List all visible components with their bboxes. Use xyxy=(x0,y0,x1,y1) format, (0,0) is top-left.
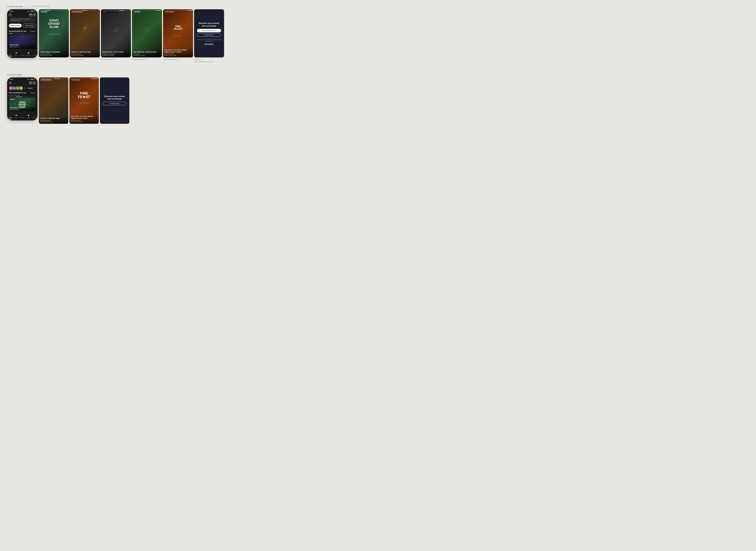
progress-dots-phone xyxy=(9,33,36,34)
party-title: Bring It Back: Terrace Party xyxy=(102,51,129,53)
discover-title: Discover more events and screenings xyxy=(197,22,221,27)
furiosa-tag: Action/ Adventure xyxy=(71,11,83,13)
card-tennis-wrapper: Wellbeing SOHOGRANDSLAM IN PARTNERSHIP W… xyxy=(39,9,69,60)
fire-feast-sub-visual: DALMORE xyxy=(175,35,182,36)
checkedin-tennis-tag: Wellbeing xyxy=(10,99,15,100)
chat-icon[interactable]: 💬 xyxy=(29,13,32,16)
fire-date: Sun 23 Jun, 14:00 xyxy=(164,55,192,56)
card-furiosa[interactable]: Action/ Adventure ⚡ Furiosa: A Mad Max S… xyxy=(70,9,100,57)
terrace-tag: Party xyxy=(102,11,107,13)
search-placeholder: Explore what's happening at your favouri… xyxy=(11,18,30,21)
wellbeing-title: 180 Wellbeing: Calma Session xyxy=(133,51,160,53)
nav-connect-label-2: Connect xyxy=(20,117,25,118)
nav-book-label-2: Book xyxy=(15,117,18,118)
notifications-icon-2[interactable]: 🔔 xyxy=(33,81,36,84)
nav-explore-2[interactable]: 🧭 Explore xyxy=(25,114,31,120)
furiosa-visual: ⚡ xyxy=(80,24,89,32)
avatar-row: A B C D +99 See all xyxy=(7,85,37,91)
checkedin-tennis-card[interactable]: Wellbeing SOHOGRANDSLAM Adult Singles Co… xyxy=(9,98,36,111)
connect-icon-2: ⬡ xyxy=(21,114,24,117)
nav-connect[interactable]: ⬡ Connect xyxy=(19,52,25,58)
nav-account-2[interactable]: ● Account xyxy=(31,114,37,120)
nav-account[interactable]: ● Account xyxy=(31,52,37,58)
furiosa-venue: Soho Farmhouse xyxy=(71,53,98,55)
nav-explore-label: Explore xyxy=(26,55,30,56)
battery-icon: 🔋 xyxy=(33,11,35,12)
card-fire[interactable]: Food and drink FIRE FE★ST DALMORE Fire F… xyxy=(163,9,193,57)
fire-overlay: Fire Feast: Cue Point, British-Afghan fu… xyxy=(163,48,193,57)
discover-card-wrapper-checked-out: Discover more events and screenings Reco… xyxy=(194,9,224,63)
explore-icon-2: 🧭 xyxy=(27,114,30,117)
ci-furiosa-date: Wed 19 Jun, 20:00 xyxy=(40,121,67,122)
plus-count: +99 xyxy=(24,88,26,89)
everything-else-button-2[interactable]: Everything else xyxy=(103,102,126,105)
section-label-checked-in: Checked-in state xyxy=(7,73,749,76)
ci-fire-title: Fire Feast: Cue Point, British-Afghan fu… xyxy=(71,115,97,119)
card-party[interactable]: Party 🎉 Bring It Back: Terrace Party Bri… xyxy=(101,9,131,57)
search-circle-icon-2[interactable]: 🔍 xyxy=(9,81,12,84)
nav-account-label-2: Account xyxy=(32,117,37,118)
discover-prompt: Tell us about the types of events you'd … xyxy=(197,39,221,43)
explore-link-checked-out[interactable]: Explore xyxy=(30,30,36,32)
card-wellbeing-wrapper: Wellbeing 🌿 180 Wellbeing: Calma Session… xyxy=(132,9,162,60)
search-bar[interactable]: Explore what's happening at your favouri… xyxy=(9,17,36,22)
phone-nav-checked-in: ⌂ Home 📖 Book ⬡ Connect 🧭 Explore xyxy=(7,113,37,120)
signal-icon-2: ▲▲▲ xyxy=(27,79,31,80)
nav-home-2[interactable]: ⌂ Home xyxy=(7,114,13,120)
everything-else-button[interactable]: Everything else xyxy=(197,33,221,37)
recommended-for-you-button[interactable]: Recommended for you xyxy=(197,29,221,32)
card-wellbeing[interactable]: Wellbeing 🌿 180 Wellbeing: Calma Session… xyxy=(132,9,162,57)
explore-link-checked-in[interactable]: Explore xyxy=(30,92,36,94)
ci-fire-tag: Food and drink xyxy=(71,79,81,81)
chat-icon-2[interactable]: 💬 xyxy=(29,81,32,84)
phone-screen-checked-out: 10:17 ▲▲▲ 📶 🔋 🔍 💬 🔔 Expl xyxy=(7,9,37,58)
make-booking-button[interactable]: Make a booking xyxy=(9,24,22,27)
see-all-button[interactable]: See all xyxy=(27,87,33,89)
card-tennis[interactable]: Wellbeing SOHOGRANDSLAM IN PARTNERSHIP W… xyxy=(39,9,69,57)
phone-mini-cards-checked-in: Wellbeing SOHOGRANDSLAM Adult Singles Co… xyxy=(7,97,37,113)
recommended-for-you-label: Recommended for you xyxy=(32,5,50,7)
nav-book[interactable]: 📖 Book xyxy=(13,52,19,58)
phone-nfl-card[interactable]: Party NFL Sundays DUMBO House Sun 16 Jun… xyxy=(9,34,36,49)
card-tag-party: Party xyxy=(10,35,14,37)
add-interests-link[interactable]: Add interests xyxy=(204,43,213,45)
invite-guest-button[interactable]: Invite a guest xyxy=(23,24,36,27)
rec-label-4: Recommendation 4 xyxy=(101,58,131,60)
avatar-4: D xyxy=(19,86,23,90)
recs-7-10-label: Recommendations 7-10 xyxy=(194,61,224,63)
checkedin-progress-dots xyxy=(9,97,36,97)
furiosa-overlay: Furiosa: A Mad Max Saga Soho Farmhouse W… xyxy=(70,50,100,57)
fire-title: Fire Feast: Cue Point, British-Afghan fu… xyxy=(164,49,192,53)
ci-fire-feast-sub: DALMORE xyxy=(80,102,88,104)
tennis-venue: Soho Farmhouse xyxy=(40,53,67,55)
checkedin-furiosa-card[interactable]: Action/ Adventure Furiosa: A Mad Max Sag… xyxy=(39,77,68,124)
cards-row-checked-out: Wellbeing SOHOGRANDSLAM IN PARTNERSHIP W… xyxy=(39,9,749,63)
furiosa-title: Furiosa: A Mad Max Saga xyxy=(71,51,98,53)
nav-explore[interactable]: 🧭 Explore xyxy=(25,52,31,58)
phone-header-icons-checked-in: 🔍 💬 🔔 xyxy=(7,80,37,85)
card-party-wrapper: Party 🎉 Bring It Back: Terrace Party Bri… xyxy=(101,9,131,60)
ci-furiosa-tag: Action/ Adventure xyxy=(40,79,52,81)
checkedin-fire-card[interactable]: Food and drink FIRE FE★ST DALMORE Fire F… xyxy=(69,77,99,124)
nav-book-2[interactable]: 📖 Book xyxy=(13,114,19,120)
nav-account-label: Account xyxy=(32,55,37,56)
time-display: 10:17 xyxy=(10,10,13,12)
card-furiosa-wrapper: Action/ Adventure ⚡ Furiosa: A Mad Max S… xyxy=(70,9,100,60)
wellbeing-visual: 🌿 xyxy=(144,26,150,32)
status-icons: ▲▲▲ 📶 🔋 xyxy=(27,11,35,12)
action-buttons: Make a booking Invite a guest xyxy=(7,24,37,29)
tennis-title: Adult Singles Competition xyxy=(40,51,67,53)
discover-title-2: Discover more events and screenings xyxy=(103,95,126,100)
nav-home[interactable]: ⌂ Home xyxy=(7,52,13,58)
account-icon: ● xyxy=(33,52,36,54)
cards-row-checked-in: Action/ Adventure Furiosa: A Mad Max Sag… xyxy=(39,77,129,124)
notifications-icon[interactable]: 🔔 xyxy=(33,13,36,16)
rec-subtitle-checked-in: at Soho Farmhouse xyxy=(7,95,37,97)
nav-connect-2[interactable]: ⬡ Connect xyxy=(19,114,25,120)
last-card-label: Last card xyxy=(194,58,224,60)
tennis-overlay: Adult Singles Competition Soho Farmhouse… xyxy=(39,50,69,57)
rec-label-5: Recommendation 5 xyxy=(132,58,162,60)
nfl-date: Sun 16 Jun, 13:00 xyxy=(10,47,35,48)
phone-checked-in: 10:17 ▲▲▲ 📶 🔋 🔍 💬 🔔 xyxy=(7,77,37,120)
search-circle-icon[interactable]: 🔍 xyxy=(9,13,12,16)
